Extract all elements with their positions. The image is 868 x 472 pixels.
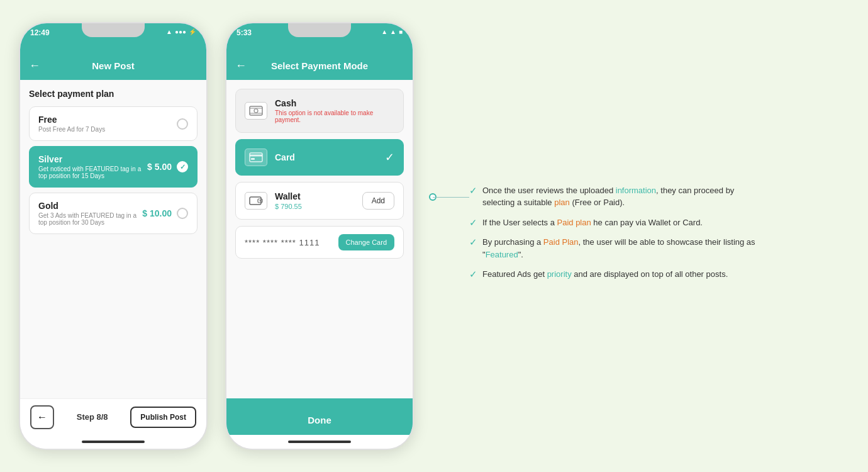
wifi-icon-2: ▲ bbox=[390, 28, 396, 35]
annotation-connector bbox=[433, 197, 469, 198]
plan-gold-price-row: $ 10.00 bbox=[142, 208, 188, 219]
plan-free-desc: Post Free Ad for 7 Days bbox=[38, 126, 177, 133]
wifi-icon: ▲ bbox=[166, 28, 172, 35]
plan-silver-price-row: $ 5.00 bbox=[147, 161, 188, 172]
card-icon bbox=[245, 149, 267, 166]
wallet-icon bbox=[245, 192, 267, 210]
card-label: Card bbox=[275, 152, 377, 162]
plan-gold-name: Gold bbox=[38, 201, 142, 211]
home-indicator-1 bbox=[20, 435, 206, 449]
svg-rect-0 bbox=[250, 106, 262, 115]
check-icon-3: ✓ bbox=[469, 237, 477, 248]
check-icon-4: ✓ bbox=[469, 269, 477, 280]
phone-footer-2: Done bbox=[226, 398, 413, 435]
plan-silver-desc: Get noticed with FEATURED tag in a top p… bbox=[38, 166, 147, 179]
cash-error: This option is not available to make pay… bbox=[275, 110, 394, 123]
home-bar-1 bbox=[82, 441, 145, 443]
svg-rect-4 bbox=[250, 153, 262, 162]
battery-icon: ⚡ bbox=[189, 28, 196, 35]
plan-free-radio[interactable] bbox=[177, 118, 188, 130]
plan-silver[interactable]: Silver Get noticed with FEATURED tag in … bbox=[29, 146, 198, 188]
annotation-1: ✓ Once the user reviews the uploaded inf… bbox=[469, 184, 759, 209]
back-button-1[interactable]: ← bbox=[29, 59, 40, 72]
footer-back-icon: ← bbox=[37, 412, 47, 423]
header-title-2: Select Payment Mode bbox=[271, 60, 368, 71]
phone-2: 5:33 ▲ ▲ ■ ← Select Payment Mode Cash bbox=[225, 22, 414, 450]
time-1: 12:49 bbox=[30, 28, 50, 37]
svg-point-9 bbox=[260, 200, 261, 201]
annotation-text-3: By purchasing a Paid Plan, the user will… bbox=[482, 236, 759, 261]
card-check-icon: ✓ bbox=[385, 150, 394, 164]
payment-plan-section: Select payment plan Free Post Free Ad fo… bbox=[20, 80, 206, 248]
payment-option-wallet[interactable]: Wallet $ 790.55 Add bbox=[235, 182, 404, 220]
card-name: Card bbox=[275, 152, 377, 162]
phone-1: 12:49 ▲ ●●● ⚡ ← New Post Select payment … bbox=[19, 22, 208, 450]
cash-name: Cash bbox=[275, 98, 394, 108]
home-indicator-2 bbox=[226, 435, 413, 449]
annotation-text-2: If the User selects a Paid plan he can p… bbox=[482, 216, 703, 229]
cash-icon bbox=[245, 102, 267, 120]
add-wallet-button[interactable]: Add bbox=[362, 192, 394, 210]
status-icons-1: ▲ ●●● ⚡ bbox=[166, 28, 196, 35]
annotation-4: ✓ Featured Ads get priority and are disp… bbox=[469, 268, 759, 281]
plan-silver-info: Silver Get noticed with FEATURED tag in … bbox=[38, 154, 147, 179]
header-1: ← New Post bbox=[20, 51, 206, 80]
plan-free-info: Free Post Free Ad for 7 Days bbox=[38, 115, 177, 133]
time-2: 5:33 bbox=[236, 28, 252, 37]
notch-1 bbox=[82, 23, 145, 37]
done-button[interactable]: Done bbox=[226, 405, 413, 435]
card-number-row: **** **** **** 1111 Change Card bbox=[235, 226, 404, 259]
header-title-1: New Post bbox=[92, 60, 135, 71]
notch-2 bbox=[288, 23, 351, 37]
wallet-name: Wallet bbox=[275, 191, 355, 201]
plan-gold-info: Gold Get 3 Ads with FEATURED tag in a to… bbox=[38, 201, 142, 226]
phone-body-2: Cash This option is not available to mak… bbox=[226, 80, 413, 398]
payment-mode-section: Cash This option is not available to mak… bbox=[226, 80, 413, 267]
annotation-panel: ✓ Once the user reviews the uploaded inf… bbox=[469, 184, 759, 288]
publish-post-button[interactable]: Publish Post bbox=[130, 407, 196, 428]
svg-rect-7 bbox=[250, 197, 261, 205]
check-icon-2: ✓ bbox=[469, 217, 477, 228]
location-icon: ▲ bbox=[381, 28, 387, 35]
plan-gold-desc: Get 3 Ads with FEATURED tag in a top pos… bbox=[38, 212, 142, 226]
header-2: ← Select Payment Mode bbox=[226, 51, 413, 80]
annotation-3: ✓ By purchasing a Paid Plan, the user wi… bbox=[469, 236, 759, 261]
plan-silver-radio[interactable] bbox=[177, 161, 188, 172]
status-icons-2: ▲ ▲ ■ bbox=[381, 28, 403, 35]
plan-silver-price: $ 5.00 bbox=[147, 162, 172, 172]
card-number-text: **** **** **** 1111 bbox=[245, 238, 320, 247]
plan-free-name: Free bbox=[38, 115, 177, 125]
plan-gold[interactable]: Gold Get 3 Ads with FEATURED tag in a to… bbox=[29, 193, 198, 234]
back-button-2[interactable]: ← bbox=[235, 59, 247, 72]
phone-footer-1: ← Step 8/8 Publish Post bbox=[20, 398, 206, 435]
cash-label: Cash This option is not available to mak… bbox=[275, 98, 394, 123]
plan-gold-radio[interactable] bbox=[177, 208, 188, 219]
footer-step: Step 8/8 bbox=[77, 412, 108, 422]
payment-option-cash[interactable]: Cash This option is not available to mak… bbox=[235, 89, 404, 133]
wallet-label: Wallet $ 790.55 bbox=[275, 191, 355, 210]
plan-free[interactable]: Free Post Free Ad for 7 Days bbox=[29, 106, 198, 141]
payment-option-card[interactable]: Card ✓ bbox=[235, 139, 404, 176]
svg-rect-6 bbox=[251, 158, 255, 160]
home-bar-2 bbox=[288, 441, 351, 443]
annotation-text-4: Featured Ads get priority and are displa… bbox=[482, 268, 728, 281]
phone-body-1: Select payment plan Free Post Free Ad fo… bbox=[20, 80, 206, 398]
battery-icon-2: ■ bbox=[399, 28, 403, 35]
annotation-text-1: Once the user reviews the uploaded infor… bbox=[482, 184, 759, 209]
plan-gold-price: $ 10.00 bbox=[142, 208, 172, 218]
footer-back-button[interactable]: ← bbox=[30, 405, 54, 429]
wallet-amount: $ 790.55 bbox=[275, 203, 355, 210]
svg-point-1 bbox=[254, 109, 258, 113]
annotation-2: ✓ If the User selects a Paid plan he can… bbox=[469, 216, 759, 229]
change-card-button[interactable]: Change Card bbox=[338, 234, 394, 250]
check-icon-1: ✓ bbox=[469, 185, 477, 196]
signal-icon: ●●● bbox=[175, 28, 186, 35]
payment-plan-title: Select payment plan bbox=[29, 89, 198, 99]
plan-silver-name: Silver bbox=[38, 154, 147, 164]
